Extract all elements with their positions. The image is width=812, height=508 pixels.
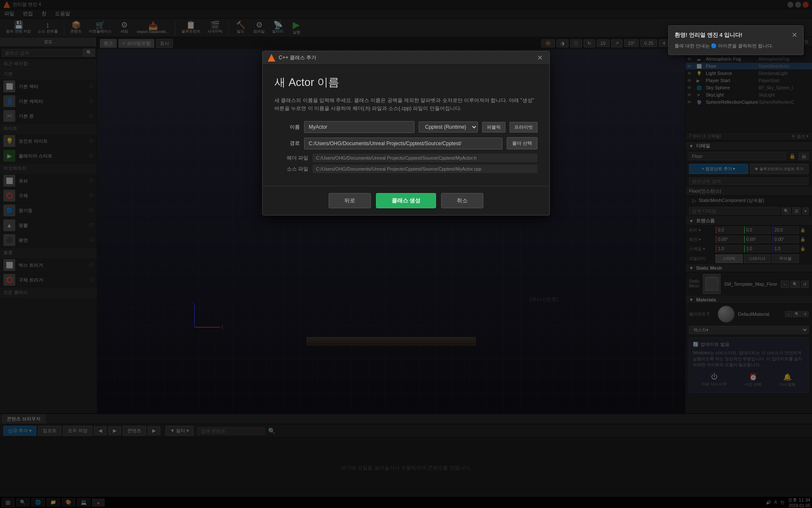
- modal-source-label: 소스 파일: [274, 166, 308, 173]
- modal-public-btn[interactable]: 퍼블릭: [482, 122, 505, 133]
- notification-header: 환영! 언리얼 엔진 4 입니다! ✕: [675, 31, 797, 39]
- modal-back-button[interactable]: 뒤로: [329, 193, 371, 208]
- modal-source-path: C:/Users/OHG/Documents/Unreal Projects/C…: [313, 165, 538, 173]
- modal-header-path: C:/Users/OHG/Documents/Unreal Projects/C…: [313, 154, 538, 162]
- modal-titlebar: C++ 클래스 추가 ✕: [263, 51, 549, 65]
- modal-title-text: C++ 클래스 추가: [279, 54, 532, 61]
- modal-name-input[interactable]: [304, 121, 414, 133]
- notification-close-button[interactable]: ✕: [792, 31, 797, 39]
- modal-name-label: 이름: [274, 124, 300, 131]
- modal-create-button[interactable]: 클래스 생성: [376, 193, 436, 208]
- modal-path-label: 경로: [274, 140, 300, 147]
- modal-cancel-button[interactable]: 취소: [441, 193, 483, 208]
- modal-header-row: 헤더 파일 C:/Users/OHG/Documents/Unreal Proj…: [274, 154, 538, 162]
- modal-folder-select-btn[interactable]: 폴더 선택: [507, 137, 538, 149]
- modal-module-dropdown[interactable]: Cpptest (Runtime): [419, 121, 478, 133]
- modal-close-button[interactable]: ✕: [535, 54, 544, 62]
- notification-body: 툴에 대한 안내는 🔵 아이콘을 클릭하면 됩니다.: [675, 42, 797, 50]
- modal-name-row: 이름 Cpptest (Runtime) 퍼블릭 프라이빗: [274, 121, 538, 133]
- notification-popup: 환영! 언리얼 엔진 4 입니다! ✕ 툴에 대한 안내는 🔵 아이콘을 클릭하…: [668, 25, 804, 55]
- modal-overlay: C++ 클래스 추가 ✕ 새 Actor 이름 새 클래스의 이름을 입력해 주…: [0, 0, 812, 508]
- notification-title: 환영! 언리얼 엔진 4 입니다!: [675, 31, 742, 39]
- modal-path-row: 경로 폴더 선택: [274, 137, 538, 149]
- modal-logo-icon: [268, 54, 275, 62]
- modal-header-label: 헤더 파일: [274, 155, 308, 162]
- modal-heading: 새 Actor 이름: [274, 75, 538, 90]
- modal-description: 새 클래스의 이름을 입력해 주세요. 클래스 이름은 공백을 제외한 알파벳과…: [274, 97, 538, 113]
- modal-body: 새 Actor 이름 새 클래스의 이름을 입력해 주세요. 클래스 이름은 공…: [263, 65, 549, 186]
- cpp-add-class-dialog: C++ 클래스 추가 ✕ 새 Actor 이름 새 클래스의 이름을 입력해 주…: [262, 51, 550, 215]
- modal-footer: 뒤로 클래스 생성 취소: [263, 186, 549, 215]
- modal-private-btn[interactable]: 프라이빗: [510, 122, 538, 133]
- modal-path-input[interactable]: [304, 138, 502, 149]
- modal-source-row: 소스 파일 C:/Users/OHG/Documents/Unreal Proj…: [274, 165, 538, 173]
